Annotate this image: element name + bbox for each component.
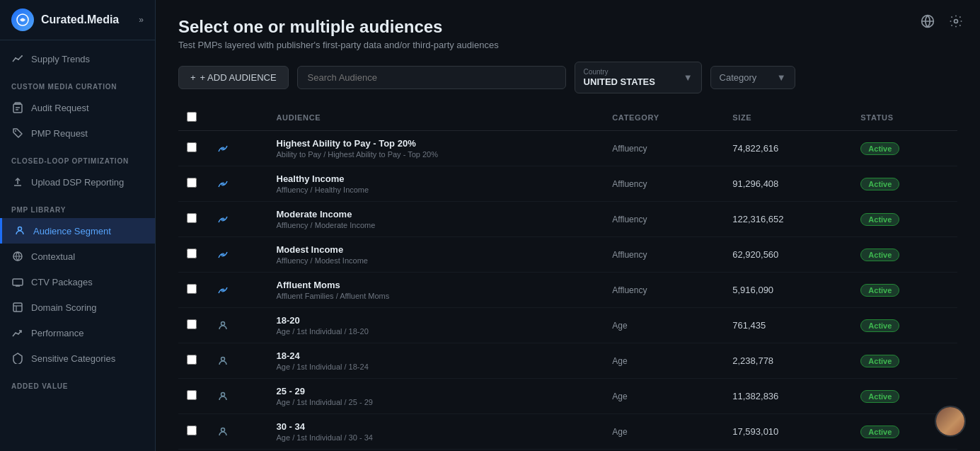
status-badge: Active	[860, 284, 899, 297]
status-badge: Active	[860, 213, 899, 226]
row-checkbox[interactable]	[187, 284, 197, 294]
sidebar-item-label: Audience Segment	[33, 226, 111, 236]
row-checkbox[interactable]	[187, 213, 197, 223]
status-badge: Active	[860, 390, 899, 403]
search-box	[297, 66, 566, 89]
sensitive-icon	[11, 352, 24, 365]
sidebar-item-label: Supply Trends	[31, 54, 90, 64]
row-status-cell: Active	[852, 166, 957, 202]
row-checkbox-cell[interactable]	[178, 202, 207, 237]
row-checkbox-cell[interactable]	[178, 379, 207, 414]
row-size-cell: 17,593,010	[724, 414, 852, 450]
audience-table-container: AUDIENCE CATEGORY SIZE STATUS Highest Ab…	[156, 105, 980, 451]
size-value: 761,435	[732, 320, 766, 331]
status-badge: Active	[860, 178, 899, 190]
audience-name: 25 - 29	[277, 386, 596, 396]
user-avatar[interactable]	[935, 406, 966, 437]
logo-text: Curated.Media	[41, 13, 119, 26]
row-size-cell: 62,920,560	[724, 237, 852, 273]
row-checkbox-cell[interactable]	[178, 237, 207, 273]
row-size-cell: 11,382,836	[724, 379, 852, 414]
header-category: CATEGORY	[604, 105, 724, 131]
audience-name: 18-24	[277, 350, 596, 361]
row-category-cell: Affluency	[604, 166, 724, 202]
select-all-checkbox[interactable]	[187, 112, 197, 122]
row-checkbox[interactable]	[187, 390, 197, 400]
row-size-cell: 5,916,090	[724, 273, 852, 308]
row-icon-cell	[207, 308, 268, 343]
row-checkbox[interactable]	[187, 319, 197, 329]
svg-point-2	[18, 59, 19, 60]
table-row: 18-24 Age / 1st Individual / 18-24 Age 2…	[178, 343, 957, 379]
translate-icon[interactable]	[918, 11, 938, 31]
search-input[interactable]	[297, 66, 566, 89]
status-badge: Active	[860, 426, 899, 438]
svg-point-26	[221, 392, 225, 396]
row-icon-cell	[207, 414, 268, 450]
size-value: 17,593,010	[732, 426, 778, 437]
row-checkbox[interactable]	[187, 426, 197, 435]
toolbar: + + ADD AUDIENCE Country UNITED STATES ▼…	[156, 62, 980, 105]
row-checkbox-cell[interactable]	[178, 308, 207, 343]
domain-icon	[11, 301, 24, 314]
size-value: 62,920,560	[732, 249, 778, 260]
contextual-icon	[11, 250, 24, 263]
size-value: 122,316,652	[732, 214, 783, 224]
sidebar-item-supply-trends[interactable]: Supply Trends	[0, 46, 155, 72]
add-audience-button[interactable]: + + ADD AUDIENCE	[178, 66, 289, 89]
sidebar-item-domain-scoring[interactable]: Domain Scoring	[0, 295, 155, 320]
row-checkbox-cell[interactable]	[178, 343, 207, 379]
sidebar-logo[interactable]: Curated.Media »	[0, 0, 155, 40]
row-audience-cell: 18-20 Age / 1st Individual / 18-20	[268, 308, 604, 343]
sidebar-item-contextual[interactable]: Contextual	[0, 244, 155, 269]
country-select[interactable]: Country UNITED STATES ▼	[575, 62, 702, 93]
status-badge: Active	[860, 355, 899, 367]
table-row: Modest Income Affluency / Modest Income …	[178, 237, 957, 273]
audience-path: Age / 1st Individual / 18-24	[277, 362, 596, 371]
row-checkbox[interactable]	[187, 355, 197, 365]
add-audience-label: + ADD AUDIENCE	[200, 72, 277, 83]
row-checkbox-cell[interactable]	[178, 414, 207, 450]
audience-name: 30 - 34	[277, 421, 596, 432]
row-checkbox-cell[interactable]	[178, 273, 207, 308]
audience-path: Affluent Families / Affluent Moms	[277, 292, 596, 300]
sidebar-item-pmp-request[interactable]: PMP Request	[0, 120, 155, 146]
row-size-cell: 74,822,616	[724, 131, 852, 166]
sidebar-item-audit-request[interactable]: Audit Request	[0, 95, 155, 120]
table-row: Moderate Income Affluency / Moderate Inc…	[178, 202, 957, 237]
svg-point-9	[18, 227, 22, 231]
sidebar-item-ctv-packages[interactable]: CTV Packages	[0, 269, 155, 295]
country-value: UNITED STATES	[584, 76, 655, 87]
row-checkbox[interactable]	[187, 178, 197, 188]
status-badge: Active	[860, 319, 899, 332]
audience-path: Affluency / Moderate Income	[277, 221, 596, 229]
audience-name: Highest Ability to Pay - Top 20%	[277, 138, 596, 149]
country-info: Country UNITED STATES	[584, 68, 655, 87]
audience-name: Modest Income	[277, 244, 596, 255]
page-header: Select one or multiple audiences Test PM…	[156, 0, 980, 62]
audience-name: Moderate Income	[277, 209, 596, 219]
size-value: 91,296,408	[732, 178, 778, 189]
audience-type-icon	[215, 247, 231, 263]
svg-point-25	[221, 357, 225, 360]
category-value: Affluency	[612, 285, 647, 295]
row-checkbox[interactable]	[187, 142, 197, 152]
row-checkbox[interactable]	[187, 249, 197, 258]
row-status-cell: Active	[852, 237, 957, 273]
section-label-pmp-library: PMP Library	[0, 195, 155, 218]
svg-point-18	[955, 20, 958, 23]
sidebar-item-label: Domain Scoring	[31, 302, 97, 313]
category-select[interactable]: Category ▼	[710, 66, 795, 89]
audience-path: Affluency / Healthy Income	[277, 185, 596, 194]
sidebar-item-performance[interactable]: Performance	[0, 320, 155, 346]
row-checkbox-cell[interactable]	[178, 166, 207, 202]
expand-icon[interactable]: »	[139, 15, 144, 25]
sidebar-item-sensitive-categories[interactable]: Sensitive Categories	[0, 346, 155, 371]
sidebar-item-label: Performance	[31, 328, 83, 338]
row-checkbox-cell[interactable]	[178, 131, 207, 166]
sidebar-item-audience-segment[interactable]: Audience Segment	[0, 218, 155, 244]
sidebar-item-upload-dsp[interactable]: Upload DSP Reporting	[0, 169, 155, 195]
main-content: Select one or multiple audiences Test PM…	[156, 0, 980, 451]
settings-icon[interactable]	[946, 11, 966, 31]
row-icon-cell	[207, 343, 268, 379]
